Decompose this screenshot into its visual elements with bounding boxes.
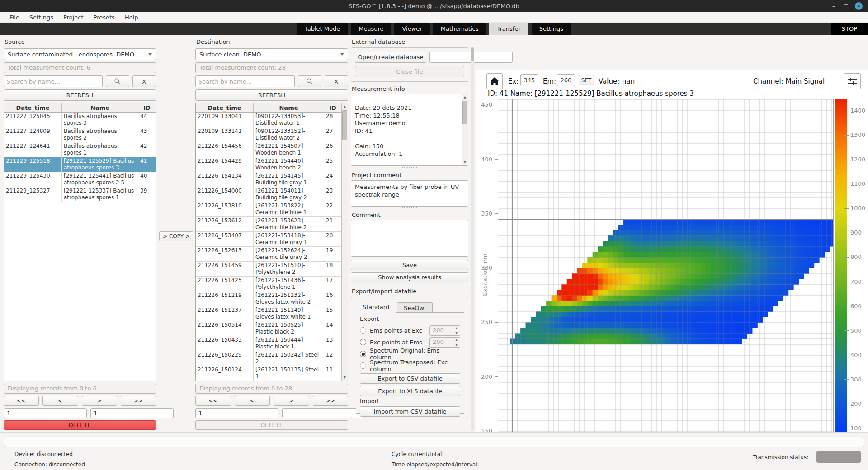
table-row[interactable]: 211226_151137[261221-151149]-Gloves late… [196,306,341,321]
exc-points-spinner[interactable]: 200 ▲▼ [429,337,460,348]
table-row[interactable]: 211226_150229[261221-150242]-Steel 212 [196,351,341,366]
scrollbar-thumb[interactable] [471,47,474,61]
last-page-button[interactable]: >> [313,396,349,406]
destination-table-header[interactable]: Date_time Name ID [196,103,341,113]
show-analysis-results-button[interactable]: Show analysis results [351,272,468,282]
table-row[interactable]: 211227_124641Bacillus atrophaeus spores … [4,142,156,157]
display-settings-button[interactable] [844,73,861,89]
radio-exc-points[interactable]: Exc points at Ems 200 ▲▼ [360,336,460,348]
menu-item-help[interactable]: Help [120,14,143,21]
first-page-button[interactable]: << [4,396,39,406]
scrollbar-thumb[interactable] [462,101,467,124]
scroll-down-icon[interactable]: ▼ [342,374,348,381]
next-page-button[interactable]: > [82,396,117,406]
destination-delete-button[interactable]: DELETE [195,420,348,430]
scrollbar-thumb[interactable] [342,110,347,140]
tab-tablet-mode[interactable]: Tablet Mode [297,23,348,35]
destination-page-input-1[interactable] [195,408,278,418]
close-file-button[interactable]: Close file [355,66,464,77]
table-row[interactable]: 211227_125045Bacillus atrophaeus spores … [4,113,156,127]
destination-database-dropdown[interactable]: Surface clean. DEMO [195,48,348,60]
menu-item-project[interactable]: Project [58,14,88,21]
table-row[interactable]: 211226_150514[261221-150525]-Plastic bla… [196,321,341,336]
heatmap-plot[interactable] [498,99,834,453]
table-row[interactable]: 220109_133141[090122-133152]-Distilled w… [196,127,341,142]
destination-search-button[interactable] [298,75,321,87]
first-page-button[interactable]: << [195,396,231,406]
project-comment-box[interactable]: Measurements by fiber probe in UV spectr… [351,180,468,207]
maximize-icon[interactable] [844,4,848,8]
tab-measure[interactable]: Measure [351,23,391,35]
heatmap-canvas[interactable] [498,99,834,453]
menu-item-settings[interactable]: Settings [24,14,58,21]
table-row[interactable]: 211226_153810[261221-153822]-Ceramic til… [196,202,341,217]
ex-input[interactable] [520,74,538,86]
resize-grip[interactable] [402,207,417,209]
source-table-header[interactable]: Date_time Name ID [4,103,156,113]
table-row[interactable]: 220109_133041[090122-133053]-Distilled w… [196,113,341,127]
measurement-info-scrollbar[interactable]: ▲ ▼ [462,94,468,165]
tab-standard[interactable]: Standard [356,301,396,313]
copy-button[interactable]: > COPY > [159,231,193,241]
ems-points-spinner[interactable]: 200 ▲▼ [429,325,460,336]
source-delete-button[interactable]: DELETE [4,420,156,430]
scroll-up-icon[interactable]: ▲ [342,103,348,110]
menu-item-file[interactable]: File [5,14,24,21]
table-row[interactable]: 211226_152613[261221-152624]-Ceramic til… [196,247,341,262]
destination-table-scrollbar[interactable]: ▲ ▼ [341,103,348,381]
spinner-arrows[interactable]: ▲▼ [453,338,460,347]
column-header-name[interactable]: Name [254,103,324,112]
table-row[interactable]: 211226_153407[261221-153418]-Ceramic til… [196,232,341,247]
destination-search-input[interactable] [195,75,295,87]
comment-box[interactable] [351,220,468,257]
table-row[interactable]: 211226_154456[261221-154507]-Wooden benc… [196,142,341,157]
close-icon[interactable]: ✕ [855,2,863,10]
last-page-button[interactable]: >> [121,396,156,406]
menu-item-presets[interactable]: Presets [89,14,120,21]
set-button[interactable]: SET [579,75,594,85]
home-button[interactable] [486,73,503,89]
destination-clear-button[interactable]: X [325,75,348,87]
table-row[interactable]: 211226_154429[261221-154440]-Wooden benc… [196,157,341,172]
scroll-down-icon[interactable]: ▼ [462,159,468,165]
stop-button[interactable]: STOP [831,23,868,35]
minimize-icon[interactable]: – [830,3,837,9]
table-row[interactable]: 211226_151459[261221-151510]-Polyethylen… [196,262,341,277]
table-row[interactable]: 211226_154000[261221-154011]-Building ti… [196,187,341,202]
source-page-input-1[interactable] [4,408,87,418]
resize-grip[interactable] [402,167,417,168]
tab-mathematics[interactable]: Mathematics [433,23,486,35]
tab-settings[interactable]: Settings [532,23,571,35]
prev-page-button[interactable]: < [42,396,78,406]
radio-spectrum-original[interactable]: Spectrum Original: Ems column [360,348,460,360]
source-search-input[interactable] [4,75,103,87]
source-refresh-button[interactable]: REFRESH [4,89,156,101]
table-row[interactable]: 211226_153612[261221-153623]-Ceramic til… [196,217,341,232]
spinner-arrows[interactable]: ▲▼ [453,326,460,335]
column-header-id[interactable]: ID [324,103,341,112]
source-clear-button[interactable]: X [132,75,156,87]
source-page-input-2[interactable] [90,408,174,418]
scroll-up-icon[interactable]: ▲ [462,94,468,100]
table-row[interactable]: 211226_154134[261221-154145]-Building ti… [196,172,341,187]
table-row[interactable]: 211229_125430[291221-125441]-Bacillus at… [4,172,156,187]
tab-transfer[interactable]: Transfer [489,23,528,35]
tab-viewer[interactable]: Viewer [394,23,429,35]
table-row[interactable]: 211226_150433[261221-150444]-Plastic bla… [196,336,341,351]
import-csv-button[interactable]: Import from CSV datafile [360,406,460,417]
em-input[interactable] [557,74,575,86]
source-search-button[interactable] [106,75,129,87]
table-row[interactable]: 211229_125327[291221-125337]-Bacillus at… [4,187,156,202]
table-row[interactable]: 211226_151219[261221-151232]-Gloves late… [196,291,341,306]
table-row[interactable]: 211226_151425[261221-151436]-Polyethylen… [196,277,341,291]
column-header-id[interactable]: ID [138,103,156,112]
radio-ems-points[interactable]: Ems points at Exc 200 ▲▼ [360,324,460,336]
source-database-dropdown[interactable]: Surface contaminated - endospores. DEMO [4,48,156,60]
column-header-date[interactable]: Date_time [196,103,254,112]
export-csv-button[interactable]: Export to CSV datafile [360,373,460,384]
table-row[interactable]: 211226_150124[261221-150135]-Steel 111 [196,366,341,381]
prev-page-button[interactable]: < [235,396,270,406]
table-row[interactable]: 211227_124809Bacillus atrophaeus spores … [4,127,156,142]
column-header-date[interactable]: Date_time [4,103,62,112]
export-xls-button[interactable]: Export to XLS datafile [360,386,460,396]
